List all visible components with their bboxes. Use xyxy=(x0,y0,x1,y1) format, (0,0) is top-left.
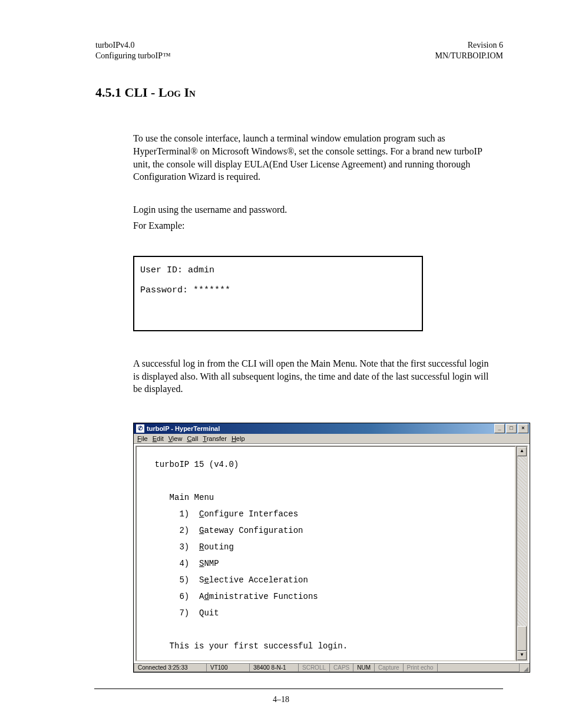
login-example-box: User ID: admin Password: ******* xyxy=(133,256,423,331)
paragraph-2: Login using the username and password. xyxy=(133,203,491,216)
menu-edit[interactable]: Edit xyxy=(153,435,164,442)
section-heading: 4.5.1 CLI - Log In xyxy=(95,85,503,100)
document-page: turboIPv4.0 Configuring turboIP™ Revisio… xyxy=(0,0,562,728)
doc-id: MN/TURBOIP.IOM xyxy=(435,51,503,60)
term-item-4: 4 xyxy=(179,559,184,568)
body-text: To use the console interface, launch a t… xyxy=(133,132,491,232)
status-capture: Capture xyxy=(374,664,404,672)
menu-help[interactable]: Help xyxy=(232,435,245,442)
page-footer: 4–18 xyxy=(0,689,562,704)
term-line-version: turboIP 15 (v4.0) xyxy=(150,460,239,469)
section-number: 4.5.1 xyxy=(95,85,121,100)
status-caps: CAPS xyxy=(329,664,353,672)
paragraph-4: A successful log in from the CLI will op… xyxy=(133,357,491,396)
close-button[interactable]: × xyxy=(518,424,528,433)
status-scroll: SCROLL xyxy=(298,664,330,672)
scroll-track[interactable] xyxy=(517,456,527,626)
term-item-6: 6 xyxy=(179,592,184,601)
menu-transfer[interactable]: Transfer xyxy=(203,435,227,442)
term-item-1: 1 xyxy=(179,509,184,519)
status-connected: Connected 3:25:33 xyxy=(134,664,207,672)
revision: Revision 6 xyxy=(468,41,503,50)
term-line-msg: This is your first successful login. xyxy=(150,641,348,651)
scrollbar-vertical[interactable]: ▲ ▼ xyxy=(516,446,528,661)
menubar: File Edit View Call Transfer Help xyxy=(134,434,530,444)
statusbar: Connected 3:25:33 VT100 38400 8-N-1 SCRO… xyxy=(134,663,530,672)
product-name: turboIPv4.0 xyxy=(95,41,135,50)
client-area: turboIP 15 (v4.0) Main Menu 1) Configure… xyxy=(134,444,530,663)
term-line-mainmenu: Main Menu xyxy=(150,493,214,502)
page-number: 4–18 xyxy=(273,695,289,704)
paragraph-1: To use the console interface, launch a t… xyxy=(133,132,491,183)
maximize-button[interactable]: □ xyxy=(506,424,517,433)
login-password-line: Password: ******* xyxy=(140,285,230,295)
term-item-2: 2 xyxy=(179,526,184,535)
term-item-3: 3 xyxy=(179,542,184,552)
section-title-smallcaps: og In xyxy=(167,85,196,100)
resize-grip-icon[interactable]: ◢ xyxy=(519,664,530,672)
status-printecho: Print echo xyxy=(403,664,438,672)
header-left: turboIPv4.0 Configuring turboIP™ xyxy=(95,40,171,61)
status-baud: 38400 8-N-1 xyxy=(249,664,299,672)
status-terminal-type: VT100 xyxy=(206,664,250,672)
app-icon: ✆ xyxy=(136,424,144,433)
scroll-thumb[interactable] xyxy=(517,626,527,651)
header-right: Revision 6 MN/TURBOIP.IOM xyxy=(435,40,503,61)
hyperterminal-window: ✆ turboIP - HyperTerminal _ □ × File Edi… xyxy=(133,423,530,673)
term-item-7: 7 xyxy=(179,608,184,618)
menu-call[interactable]: Call xyxy=(187,435,198,442)
body-text-2: A successful log in from the CLI will op… xyxy=(133,357,491,396)
window-title: turboIP - HyperTerminal xyxy=(147,425,220,432)
page-header: turboIPv4.0 Configuring turboIP™ Revisio… xyxy=(95,40,503,61)
paragraph-3: For Example: xyxy=(133,219,491,232)
term-item-5: 5 xyxy=(179,575,184,585)
login-userid-line: User ID: admin xyxy=(140,265,214,275)
titlebar[interactable]: ✆ turboIP - HyperTerminal _ □ × xyxy=(134,423,530,434)
status-num: NUM xyxy=(353,664,375,672)
status-spacer xyxy=(437,664,520,672)
menu-file[interactable]: File xyxy=(137,435,148,442)
scroll-down-button[interactable]: ▼ xyxy=(517,651,527,660)
menu-view[interactable]: View xyxy=(168,435,183,442)
terminal-output[interactable]: turboIP 15 (v4.0) Main Menu 1) Configure… xyxy=(135,446,516,661)
minimize-button[interactable]: _ xyxy=(494,424,505,433)
scroll-up-button[interactable]: ▲ xyxy=(517,447,527,456)
section-title-main: CLI - L xyxy=(121,85,167,100)
chapter-name: Configuring turboIP™ xyxy=(95,51,171,60)
